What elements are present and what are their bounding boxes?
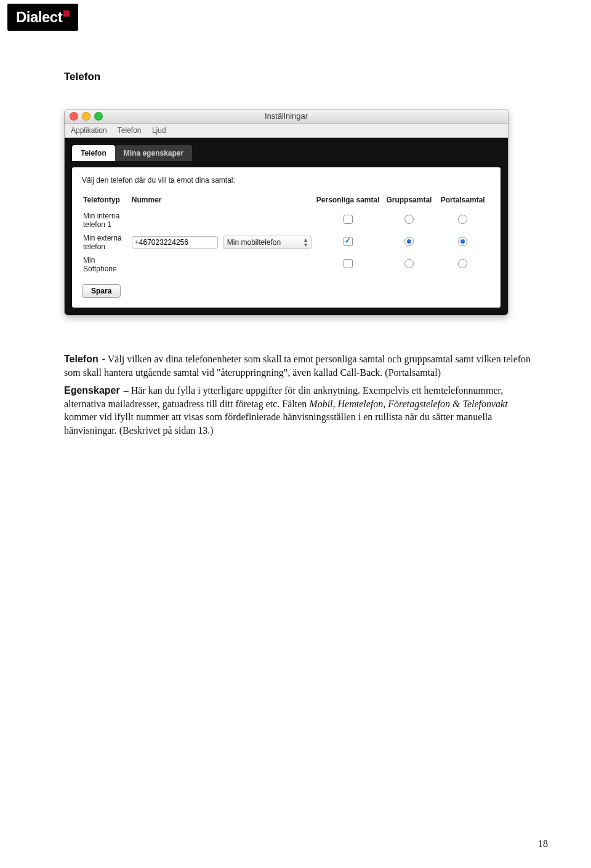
select-value: Min mobiltelefon xyxy=(227,238,281,247)
radio-portalsamtal[interactable] xyxy=(458,215,467,224)
row-label: Min interna telefon 1 xyxy=(82,209,131,231)
checkbox-personliga[interactable] xyxy=(344,259,353,268)
para2-italic: Mobil, Hemtelefon, Företagstelefon & Tel… xyxy=(309,399,507,409)
para1-lead: Telefon xyxy=(64,354,98,364)
radio-portalsamtal[interactable] xyxy=(458,259,467,268)
col-portalsamtal: Portalsamtal xyxy=(437,193,491,209)
col-gruppsamtal: Gruppsamtal xyxy=(384,193,438,209)
device-select[interactable]: Min mobiltelefon ▴▾ xyxy=(223,236,312,249)
col-nummer: Nummer xyxy=(131,193,222,209)
page-number: 18 xyxy=(538,838,548,850)
logo-accent-icon xyxy=(63,10,70,17)
checkbox-personliga[interactable] xyxy=(344,215,353,224)
table-row: Min interna telefon 1 xyxy=(82,209,491,231)
row-label: Min Softphone xyxy=(82,253,131,276)
checkbox-personliga[interactable] xyxy=(344,237,353,246)
save-button[interactable]: Spara xyxy=(82,284,121,298)
menu-telefon[interactable]: Telefon xyxy=(118,126,142,135)
radio-gruppsamtal[interactable] xyxy=(404,237,414,246)
para1-rest: - Välj vilken av dina telefonenheter som… xyxy=(64,354,531,378)
radio-portalsamtal[interactable] xyxy=(458,237,467,246)
tab-mina-egenskaper[interactable]: Mina egenskaper xyxy=(115,145,192,161)
col-personliga: Personliga samtal xyxy=(315,193,384,209)
tab-telefon[interactable]: Telefon xyxy=(72,145,115,161)
window-title: Inställningar xyxy=(265,111,308,121)
window-titlebar: Inställningar xyxy=(65,109,508,124)
logo: Dialect xyxy=(7,4,78,31)
minimize-icon[interactable] xyxy=(82,112,90,121)
menu-applikation[interactable]: Applikation xyxy=(71,126,107,135)
radio-gruppsamtal[interactable] xyxy=(404,215,414,224)
number-input[interactable] xyxy=(132,236,218,249)
table-row: Min externa telefon Min mobiltelefon ▴▾ xyxy=(82,231,491,253)
menubar: Applikation Telefon Ljud xyxy=(65,124,508,138)
menu-ljud[interactable]: Ljud xyxy=(152,126,166,135)
col-telefontyp: Telefontyp xyxy=(82,193,131,209)
page-title: Telefon xyxy=(64,71,532,83)
close-icon[interactable] xyxy=(70,112,78,121)
chevron-updown-icon: ▴▾ xyxy=(304,237,307,247)
row-label: Min externa telefon xyxy=(82,231,131,253)
table-row: Min Softphone xyxy=(82,253,491,276)
para2-rest-b: kommer vid ifyllt nummer att visas som f… xyxy=(64,412,492,436)
zoom-icon[interactable] xyxy=(94,112,103,121)
para2-lead: Egenskaper xyxy=(64,385,120,396)
instruction-text: Välj den telefon där du vill ta emot din… xyxy=(82,176,491,185)
body-text: Telefon - Välj vilken av dina telefonenh… xyxy=(64,352,532,437)
radio-gruppsamtal[interactable] xyxy=(404,259,414,268)
logo-text: Dialect xyxy=(16,9,62,25)
settings-window: Inställningar Applikation Telefon Ljud T… xyxy=(64,109,509,316)
